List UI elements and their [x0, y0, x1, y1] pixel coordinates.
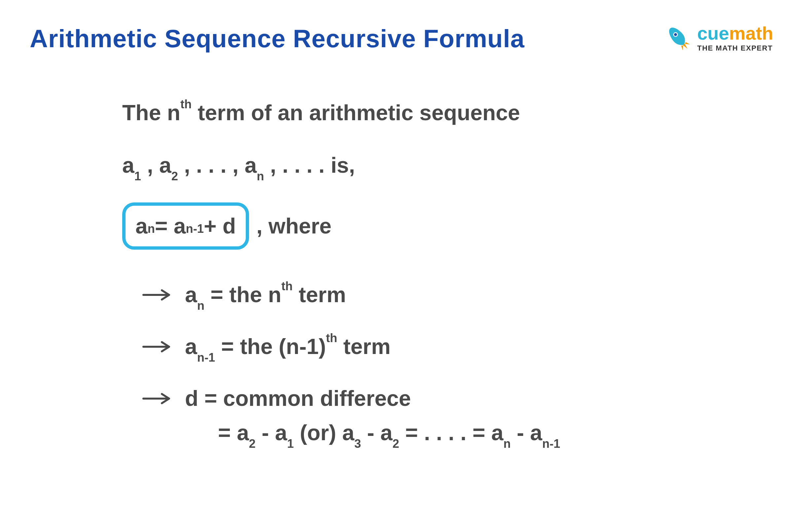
b3s-anm1-base: a	[530, 420, 542, 445]
b3s-a2b-base: a	[380, 420, 393, 445]
seq-sep3: , . . . . is,	[264, 153, 355, 177]
logo-text: cuemath THE MATH EXPERT	[697, 24, 773, 53]
b2-lhs-base: a	[185, 334, 197, 359]
b1-lhs-base: a	[185, 282, 197, 307]
seq-an-sub: n	[257, 169, 264, 183]
b1-sup: th	[281, 279, 293, 293]
formula-eq: =	[155, 210, 168, 242]
formula-lhs-sub: n	[148, 220, 155, 238]
bullet-2: an-1 = the (n-1)th term	[142, 331, 773, 363]
b3-lhs: d = common differece	[185, 383, 560, 414]
arrow-icon	[142, 385, 172, 410]
b3s-or: (or)	[294, 420, 342, 445]
header: Arithmetic Sequence Recursive Formula cu…	[30, 23, 773, 54]
b3s-a2-sub: 2	[249, 437, 256, 451]
b3s-a1-base: a	[275, 420, 287, 445]
b3s-eq: =	[218, 420, 237, 445]
logo-tagline: THE MATH EXPERT	[697, 44, 773, 53]
intro-line-1-prefix: The n	[122, 100, 180, 125]
b3s-a2-base: a	[237, 420, 249, 445]
seq-a2-base: a	[159, 153, 171, 177]
b3s-minus1: -	[256, 420, 275, 445]
formula-rhs-sub: n-1	[186, 220, 204, 238]
seq-a2-sub: 2	[171, 169, 178, 183]
formula-lhs-base: a	[135, 210, 148, 242]
b1-lhs-sub: n	[197, 299, 204, 312]
b1-suffix: term	[293, 282, 346, 307]
arrow-icon	[142, 333, 172, 358]
bullet-2-text: an-1 = the (n-1)th term	[185, 331, 390, 363]
b3s-a3-sub: 3	[354, 437, 361, 451]
intro-line-1: The nth term of an arithmetic sequence	[122, 96, 773, 129]
intro-line-1-sup: th	[180, 97, 191, 111]
b2-eq: = the (n-1)	[215, 334, 326, 359]
logo-brand-cue: cue	[697, 23, 729, 43]
bullet-1: an = the nth term	[142, 279, 773, 311]
bullet-3-text: d = common differece = a2 - a1 (or) a3 -…	[185, 383, 560, 450]
bullet-list: an = the nth term an-1 = the (n-1)th ter…	[122, 279, 773, 450]
sequence-line: a1 , a2 , . . . , an , . . . . is,	[122, 149, 773, 183]
logo: cuemath THE MATH EXPERT	[664, 23, 773, 54]
b2-sup: th	[326, 331, 337, 345]
bullet-3: d = common differece = a2 - a1 (or) a3 -…	[142, 383, 773, 450]
b3s-an-base: a	[491, 420, 503, 445]
b2-lhs-sub: n-1	[197, 351, 215, 364]
logo-brand-math: math	[729, 23, 773, 43]
formula-plus: + d	[204, 210, 236, 242]
b3s-a3-base: a	[342, 420, 354, 445]
arrow-icon	[142, 281, 172, 306]
rocket-icon	[664, 23, 693, 54]
b3s-minus2: -	[361, 420, 380, 445]
b3s-an-sub: n	[503, 437, 511, 451]
logo-brand: cuemath	[697, 24, 773, 43]
intro-line-1-suffix: term of an arithmetic sequence	[191, 100, 520, 125]
formula-highlight-box: an = an-1 + d	[122, 203, 249, 250]
b3-second-line: = a2 - a1 (or) a3 - a2 = . . . . = an - …	[185, 417, 560, 450]
b3s-a2b-sub: 2	[392, 437, 399, 451]
seq-sep1: ,	[141, 153, 159, 177]
b3s-minus3: -	[511, 420, 530, 445]
formula-line: an = an-1 + d , where	[122, 203, 773, 250]
page-title: Arithmetic Sequence Recursive Formula	[30, 24, 525, 53]
seq-a1-sub: 1	[134, 169, 141, 183]
formula-rhs-base: a	[174, 210, 186, 242]
content: The nth term of an arithmetic sequence a…	[30, 96, 773, 450]
where-text: , where	[256, 210, 331, 242]
b3s-mid: = . . . . =	[399, 420, 491, 445]
seq-a1-base: a	[122, 153, 134, 177]
bullet-1-text: an = the nth term	[185, 279, 346, 311]
b1-eq: = the n	[204, 282, 281, 307]
b3s-a1-sub: 1	[287, 437, 294, 451]
seq-an-base: a	[245, 153, 257, 177]
seq-sep2: , . . . ,	[178, 153, 245, 177]
b2-suffix: term	[337, 334, 390, 359]
b3s-anm1-sub: n-1	[542, 437, 560, 451]
